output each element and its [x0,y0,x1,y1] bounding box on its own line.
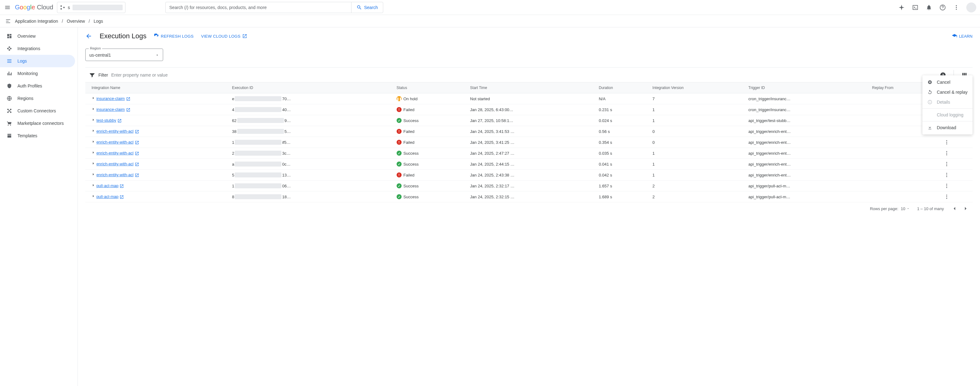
external-link-icon[interactable] [135,151,139,156]
sidebar-item-integrations[interactable]: Integrations [0,42,78,55]
learn-button[interactable]: LEARN [952,33,972,39]
refresh-logs-button[interactable]: Refresh Logs [154,33,193,39]
more-vert-icon[interactable] [953,4,960,11]
trigger-id: api_trigger/enrich-ent… [745,170,868,181]
table-header[interactable]: Integration Version [649,83,745,94]
sidebar-item-logs[interactable]: Logs [0,55,75,67]
external-link-icon[interactable] [135,173,139,178]
row-more-icon[interactable] [944,140,969,145]
sidebar-item-overview[interactable]: Overview [0,30,78,42]
table-header[interactable]: Integration Name [85,83,228,94]
integration-name-link[interactable]: pull-acl-map [97,183,119,188]
row-more-icon[interactable] [944,194,969,200]
row-more-icon[interactable] [944,150,969,156]
execution-id: 1if5… [232,140,389,145]
expand-row-icon[interactable] [92,183,95,187]
expand-row-icon[interactable] [92,172,95,176]
row-more-icon[interactable] [944,172,969,178]
status-icon: ! [397,140,402,145]
status-icon: ❚❚ [397,96,402,101]
integration-version: 1 [649,148,745,159]
filter-input[interactable]: Enter property name or value [111,73,935,78]
menu-cancel[interactable]: Cancel [923,77,972,87]
external-link-icon[interactable] [117,119,122,123]
sidebar-item-monitoring[interactable]: Monitoring [0,67,78,80]
expand-row-icon[interactable] [92,194,95,198]
table-header[interactable]: Duration [595,83,649,94]
sidebar-item-auth-profiles[interactable]: Auth Profiles [0,80,78,92]
external-link-icon[interactable] [135,140,139,145]
table-header[interactable]: Status [393,83,466,94]
expand-row-icon[interactable] [92,96,95,100]
external-link-icon[interactable] [126,97,130,101]
cancel-icon [928,80,933,85]
sidebar-item-custom-connectors[interactable]: Custom Connectors [0,105,78,117]
table-row: enrich-entity-with-acl513…!FailedJan 24,… [85,170,972,181]
table-header[interactable]: Trigger ID [745,83,868,94]
cloud-shell-icon[interactable] [912,4,919,11]
expand-row-icon[interactable] [92,151,95,154]
replay-from [868,191,940,202]
integration-name-link[interactable]: insurance-claim [97,107,125,112]
row-more-icon[interactable] [944,183,969,189]
filter-label: Filter [99,73,108,78]
rows-per-page-select[interactable]: 10 [901,207,910,211]
table-header[interactable]: Execution ID [228,83,393,94]
start-time: Jan 24, 2025, 2:43:38 … [466,170,595,181]
prev-page-icon[interactable] [951,205,958,212]
integration-name-link[interactable]: enrich-entity-with-acl [97,140,134,145]
region-select[interactable]: Region us-central1 [85,49,163,61]
search-button[interactable]: Search [351,2,383,13]
integration-name-link[interactable]: test-stubby [97,118,116,123]
expand-row-icon[interactable] [92,140,95,143]
sidebar-item-label: Regions [18,96,33,101]
external-link-icon [242,33,247,39]
breadcrumb-product[interactable]: Application Integration [15,19,58,24]
menu-cancel-replay[interactable]: Cancel & replay [923,87,972,97]
notifications-icon[interactable] [925,4,933,11]
sidebar-item-regions[interactable]: Regions [0,92,78,105]
execution-id: 385… [232,129,389,134]
project-redacted [73,5,123,10]
view-cloud-logs-button[interactable]: View Cloud Logs [201,33,248,39]
help-icon[interactable] [939,4,947,11]
external-link-icon[interactable] [135,130,139,134]
back-arrow-icon[interactable] [85,33,92,40]
integration-name-link[interactable]: insurance-claim [97,96,125,101]
sidebar-item-label: Auth Profiles [18,83,42,88]
page-title: Execution Logs [100,32,146,40]
search-input[interactable]: Search (/) for resources, docs, products… [165,5,352,10]
external-link-icon[interactable] [119,195,124,199]
expand-row-icon[interactable] [92,162,95,165]
menu-icon[interactable] [4,4,11,11]
gemini-spark-icon[interactable] [898,4,905,11]
external-link-icon[interactable] [135,162,139,167]
integration-name-link[interactable]: enrich-entity-with-acl [97,172,134,177]
google-cloud-logo[interactable]: Google Cloud [15,4,53,11]
integration-name-link[interactable]: enrich-entity-with-acl [97,162,134,166]
next-page-icon[interactable] [963,205,969,212]
sidebar-item-marketplace-connectors[interactable]: Marketplace connectors [0,117,78,130]
sidebar-item-templates[interactable]: Templates [0,130,78,142]
project-selector[interactable]: s [57,2,126,13]
status-cell: ✓Success [397,183,463,188]
integration-name-link[interactable]: enrich-entity-with-acl [97,129,134,133]
expand-row-icon[interactable] [92,129,95,133]
avatar[interactable] [966,3,976,13]
expand-row-icon[interactable] [92,118,95,122]
integration-name-link[interactable]: enrich-entity-with-acl [97,151,134,155]
table-header[interactable]: Start Time [466,83,595,94]
breadcrumb-logs[interactable]: Logs [94,19,103,24]
integration-version: 1 [649,115,745,126]
external-link-icon[interactable] [119,184,124,188]
menu-download[interactable]: Download [923,123,972,133]
status-cell: !Failed [397,129,463,134]
breadcrumb-overview[interactable]: Overview [67,19,85,24]
svg-point-33 [946,165,947,166]
integration-name-link[interactable]: pull-acl-map [97,194,119,199]
external-link-icon[interactable] [126,108,130,112]
expand-row-icon[interactable] [92,107,95,111]
search-icon [356,5,362,10]
row-more-icon[interactable] [944,161,969,167]
google-word: Google [15,4,35,11]
